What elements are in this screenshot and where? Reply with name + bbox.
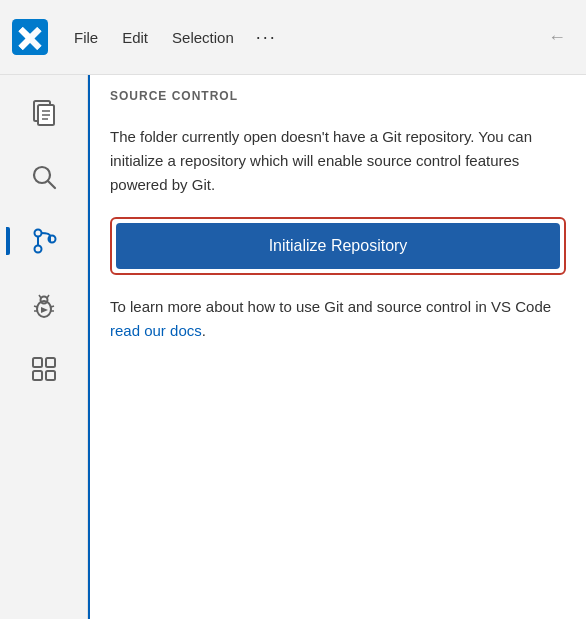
svg-point-9 [34, 246, 41, 253]
svg-point-8 [34, 230, 41, 237]
menu-more[interactable]: ··· [248, 21, 285, 54]
svg-rect-21 [46, 358, 55, 367]
menu-selection[interactable]: Selection [162, 23, 244, 52]
titlebar-menu: File Edit Selection ··· [64, 21, 285, 54]
read-docs-link[interactable]: read our docs [110, 322, 202, 339]
learn-text-before: To learn more about how to use Git and s… [110, 298, 551, 315]
search-icon [28, 161, 60, 193]
svg-rect-23 [46, 371, 55, 380]
back-button[interactable]: ← [540, 23, 574, 52]
svg-line-13 [39, 295, 41, 298]
sidebar-item-search[interactable] [14, 147, 74, 207]
vscode-logo-icon [12, 19, 48, 55]
run-debug-icon [28, 289, 60, 321]
sidebar-item-extensions[interactable] [14, 339, 74, 399]
svg-line-17 [51, 306, 54, 307]
svg-rect-22 [33, 371, 42, 380]
init-button-wrapper: Initialize Repository [110, 217, 566, 275]
sidebar-item-run-debug[interactable] [14, 275, 74, 335]
svg-line-7 [48, 181, 55, 188]
svg-marker-19 [41, 307, 48, 313]
panel-header: SOURCE CONTROL [90, 75, 586, 113]
menu-edit[interactable]: Edit [112, 23, 158, 52]
sidebar-item-source-control[interactable] [14, 211, 74, 271]
panel-content: The folder currently open doesn't have a… [90, 113, 586, 363]
sidebar-item-explorer[interactable] [14, 83, 74, 143]
extensions-icon [28, 353, 60, 385]
learn-text-after: . [202, 322, 206, 339]
activity-bar [0, 75, 88, 619]
info-text: The folder currently open doesn't have a… [110, 125, 566, 197]
svg-rect-20 [33, 358, 42, 367]
source-control-icon [28, 225, 60, 257]
learn-text: To learn more about how to use Git and s… [110, 295, 566, 343]
initialize-repository-button[interactable]: Initialize Repository [116, 223, 560, 269]
svg-line-14 [47, 295, 49, 298]
titlebar: File Edit Selection ··· ← [0, 0, 586, 75]
source-control-panel: SOURCE CONTROL The folder currently open… [88, 75, 586, 619]
svg-line-15 [34, 306, 37, 307]
main-layout: SOURCE CONTROL The folder currently open… [0, 75, 586, 619]
menu-file[interactable]: File [64, 23, 108, 52]
explorer-icon [28, 97, 60, 129]
